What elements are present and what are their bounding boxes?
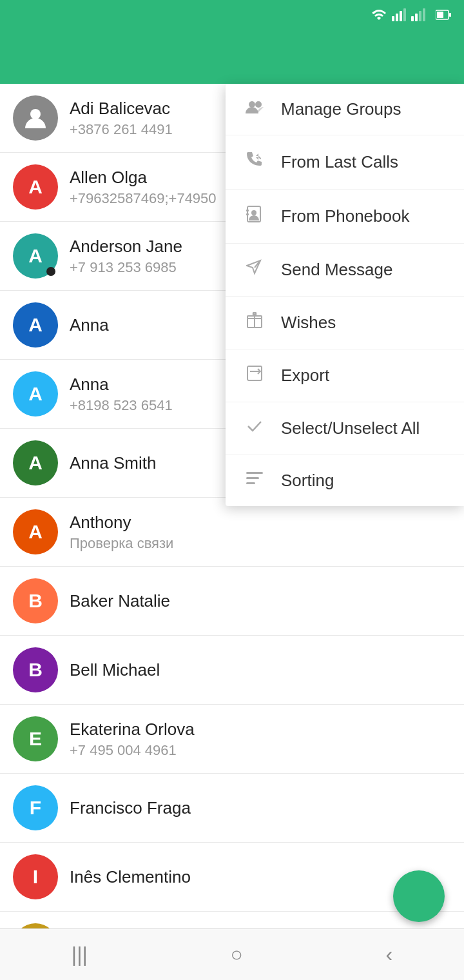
menu-item-export[interactable]: Export: [226, 349, 464, 402]
check-icon: [244, 418, 266, 439]
context-menu: Manage Groups From Last Calls From Phone…: [226, 84, 464, 506]
menu-item-select-unselect-all[interactable]: Select/Unselect All: [226, 402, 464, 455]
menu-item-manage-groups[interactable]: Manage Groups: [226, 84, 464, 135]
gift-icon: [244, 312, 266, 333]
menu-label: Manage Groups: [281, 99, 401, 119]
menu-label: Sorting: [281, 471, 334, 491]
menu-item-from-last-calls[interactable]: From Last Calls: [226, 135, 464, 190]
groups-icon: [244, 99, 266, 119]
menu-label: Send Message: [281, 260, 392, 280]
svg-point-13: [255, 101, 262, 108]
phone-callback-icon: [244, 151, 266, 173]
sort-icon: [244, 471, 266, 491]
send-icon: [244, 259, 266, 280]
svg-point-12: [249, 101, 255, 108]
menu-label: Select/Unselect All: [281, 418, 420, 438]
menu-item-sorting[interactable]: Sorting: [226, 455, 464, 506]
svg-rect-21: [247, 366, 262, 380]
menu-label: From Phonebook: [281, 206, 409, 226]
svg-rect-24: [246, 482, 255, 484]
menu-item-send-message[interactable]: Send Message: [226, 244, 464, 297]
svg-point-15: [251, 210, 256, 215]
menu-item-from-phonebook[interactable]: From Phonebook: [226, 190, 464, 244]
dropdown-overlay: Manage Groups From Last Calls From Phone…: [0, 0, 464, 980]
export-icon: [244, 365, 266, 386]
menu-label: From Last Calls: [281, 152, 398, 172]
menu-label: Wishes: [281, 313, 336, 333]
svg-rect-23: [246, 477, 259, 479]
menu-label: Export: [281, 366, 329, 386]
svg-rect-17: [246, 213, 249, 215]
menu-item-wishes[interactable]: Wishes: [226, 297, 464, 349]
phonebook-icon: [244, 205, 266, 228]
svg-rect-16: [246, 210, 249, 211]
svg-rect-22: [246, 472, 263, 474]
